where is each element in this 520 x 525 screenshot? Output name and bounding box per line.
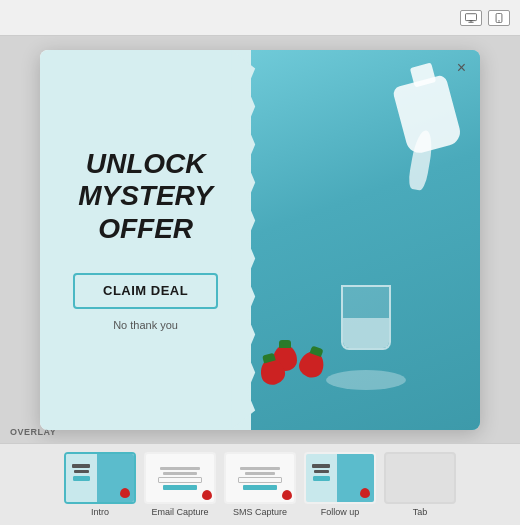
strawberry-top-2 [310, 345, 324, 357]
glass-body [341, 285, 391, 350]
thumbnail-follow-up[interactable]: Follow up [304, 452, 376, 517]
thumb-strawberry-sms [282, 490, 292, 500]
svg-rect-0 [465, 13, 476, 20]
thumb-img-sms[interactable] [224, 452, 296, 504]
follow-text-2 [314, 470, 329, 473]
thumb-label-followup: Follow up [321, 507, 360, 517]
toolbar [0, 0, 520, 36]
thumb-mini-followup [306, 454, 374, 502]
sms-btn [243, 485, 277, 490]
thumb-label-sms: SMS Capture [233, 507, 287, 517]
thumb-label-intro: Intro [91, 507, 109, 517]
thumb-left-intro [66, 454, 97, 502]
em-line-1 [160, 467, 201, 470]
thumbnail-intro[interactable]: Intro [64, 452, 136, 517]
headline: UNLOCK MYSTERY OFFER [78, 148, 213, 245]
modal-popup: × UNLOCK MYSTERY OFFER CLAIM DEAL No tha… [40, 50, 480, 430]
thumbnail-tab[interactable]: Tab [384, 452, 456, 517]
thumb-tab-content [386, 454, 454, 502]
thumb-img-intro[interactable] [64, 452, 136, 504]
thumb-label-tab: Tab [413, 507, 428, 517]
thumbnail-email-capture[interactable]: Email Capture [144, 452, 216, 517]
sms-line-2 [245, 472, 276, 475]
sms-input [238, 477, 282, 483]
milk-splash [326, 370, 406, 390]
thumbnails-bar: Intro Email Capture [0, 443, 520, 525]
strawberry-top-1 [279, 340, 291, 348]
close-button[interactable]: × [457, 60, 466, 76]
mobile-icon[interactable] [488, 10, 510, 26]
follow-btn [313, 476, 330, 481]
monitor-icon[interactable] [460, 10, 482, 26]
thumb-strawberry-email [202, 490, 212, 500]
thumb-label-email: Email Capture [151, 507, 208, 517]
thumbnail-sms-capture[interactable]: SMS Capture [224, 452, 296, 517]
strawberry-top-3 [262, 352, 276, 363]
thumb-left-followup [306, 454, 337, 502]
thumb-strawberry-intro [120, 488, 130, 498]
thumb-img-followup[interactable] [304, 452, 376, 504]
glass [341, 285, 391, 350]
image-background [251, 50, 480, 430]
thumb-text-1 [72, 464, 90, 468]
no-thanks-link[interactable]: No thank you [113, 319, 178, 331]
thumb-text-2 [74, 470, 89, 473]
thumb-right-followup [337, 454, 374, 502]
thumb-strawberry-followup [360, 488, 370, 498]
thumb-btn [73, 476, 90, 481]
thumb-right-intro [97, 454, 134, 502]
left-panel: UNLOCK MYSTERY OFFER CLAIM DEAL No thank… [40, 50, 251, 430]
em-btn [163, 485, 197, 490]
em-input [158, 477, 202, 483]
main-container: × UNLOCK MYSTERY OFFER CLAIM DEAL No tha… [0, 0, 520, 525]
strawberry-body-3 [258, 355, 288, 386]
right-panel-image [251, 50, 480, 430]
thumb-sms-content [226, 454, 294, 502]
thumb-img-email[interactable] [144, 452, 216, 504]
thumb-mini-intro [66, 454, 134, 502]
glass-milk [343, 318, 389, 348]
thumb-img-tab[interactable] [384, 452, 456, 504]
claim-deal-button[interactable]: CLAIM DEAL [73, 273, 218, 309]
em-line-2 [163, 472, 197, 475]
follow-text-1 [312, 464, 330, 468]
preview-area: × UNLOCK MYSTERY OFFER CLAIM DEAL No tha… [0, 36, 520, 443]
thumb-email-content [146, 454, 214, 502]
sms-line-1 [240, 467, 281, 470]
